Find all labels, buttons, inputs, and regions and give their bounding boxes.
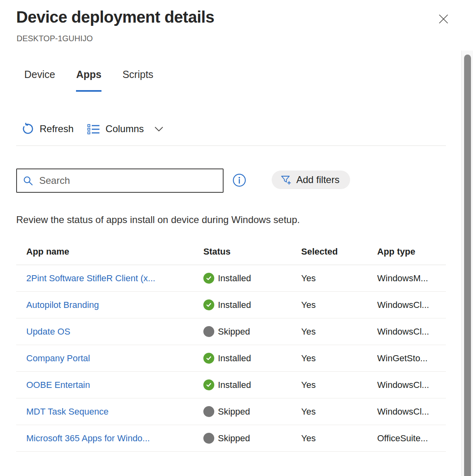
- status-installed-icon: [203, 273, 214, 284]
- selected-value: Yes: [301, 273, 377, 284]
- selected-value: Yes: [301, 406, 377, 417]
- status-label: Installed: [218, 380, 251, 390]
- app-name-link[interactable]: 2Pint Software StifleR Client (x...: [26, 273, 155, 283]
- selected-value: Yes: [301, 380, 377, 390]
- chevron-down-icon: [154, 126, 163, 132]
- app-type-value: WindowsM...: [377, 273, 446, 284]
- app-name-link[interactable]: Autopilot Branding: [26, 300, 99, 310]
- status-label: Skipped: [218, 433, 250, 444]
- selected-value: Yes: [301, 300, 377, 310]
- device-name: DESKTOP-1GUHIJO: [17, 34, 93, 43]
- scrollbar-thumb[interactable]: [464, 55, 471, 476]
- tab-apps[interactable]: Apps: [76, 69, 101, 92]
- status-skipped-icon: [203, 406, 214, 417]
- table-body: 2Pint Software StifleR Client (x... Inst…: [16, 265, 446, 452]
- columns-button[interactable]: Columns: [87, 123, 163, 135]
- columns-label: Columns: [106, 123, 144, 135]
- info-icon: [232, 173, 246, 187]
- column-header-app-name[interactable]: App name: [26, 246, 203, 257]
- page-title: Device deployment details: [16, 8, 214, 26]
- status-skipped-icon: [203, 326, 214, 337]
- table-row: Autopilot Branding Installed Yes Windows…: [16, 292, 446, 318]
- table-row: MDT Task Sequence Skipped Yes WindowsCl.…: [16, 398, 446, 425]
- selected-value: Yes: [301, 353, 377, 364]
- search-box: [16, 168, 224, 193]
- status-skipped-icon: [203, 433, 214, 444]
- selected-value: Yes: [301, 326, 377, 337]
- tab-device[interactable]: Device: [24, 69, 55, 92]
- close-icon: [438, 13, 449, 25]
- status-label: Installed: [218, 300, 251, 310]
- scrollbar[interactable]: [461, 51, 473, 476]
- add-filter-icon: [281, 175, 291, 185]
- device-deployment-details-panel: Device deployment details DESKTOP-1GUHIJ…: [0, 0, 473, 476]
- apps-table: App name Status Selected App type 2Pint …: [16, 238, 446, 452]
- add-filters-button[interactable]: Add filters: [272, 171, 350, 189]
- add-filters-label: Add filters: [296, 174, 340, 185]
- selected-value: Yes: [301, 433, 377, 444]
- search-icon: [23, 175, 34, 186]
- refresh-button[interactable]: Refresh: [22, 123, 74, 135]
- table-row: Microsoft 365 Apps for Windo... Skipped …: [16, 425, 446, 452]
- close-button[interactable]: [436, 11, 451, 27]
- status-label: Installed: [218, 273, 251, 284]
- status-label: Skipped: [218, 326, 250, 337]
- table-row: Update OS Skipped Yes WindowsCl...: [16, 318, 446, 345]
- table-row: OOBE Entertain Installed Yes WindowsCl..…: [16, 372, 446, 398]
- column-header-selected[interactable]: Selected: [301, 246, 377, 257]
- app-name-link[interactable]: Microsoft 365 Apps for Windo...: [26, 433, 150, 443]
- app-name-link[interactable]: Company Portal: [26, 353, 90, 363]
- status-label: Installed: [218, 353, 251, 364]
- toolbar-divider: [16, 145, 446, 146]
- table-header: App name Status Selected App type: [16, 238, 446, 265]
- toolbar: Refresh Columns: [22, 120, 163, 137]
- status-label: Skipped: [218, 406, 250, 417]
- table-row: 2Pint Software StifleR Client (x... Inst…: [16, 265, 446, 292]
- status-installed-icon: [203, 299, 214, 310]
- app-type-value: WinGetSto...: [377, 353, 446, 364]
- app-type-value: WindowsCl...: [377, 380, 446, 390]
- tab-scripts[interactable]: Scripts: [122, 69, 153, 92]
- app-type-value: OfficeSuite...: [377, 433, 446, 444]
- app-name-link[interactable]: OOBE Entertain: [26, 380, 90, 390]
- app-type-value: WindowsCl...: [377, 326, 446, 337]
- column-header-status[interactable]: Status: [203, 246, 301, 257]
- app-type-value: WindowsCl...: [377, 406, 446, 417]
- search-input[interactable]: [39, 175, 217, 186]
- column-header-app-type[interactable]: App type: [377, 246, 446, 257]
- app-name-link[interactable]: Update OS: [26, 326, 70, 337]
- status-installed-icon: [203, 379, 214, 390]
- app-name-link[interactable]: MDT Task Sequence: [26, 406, 108, 417]
- status-installed-icon: [203, 353, 214, 364]
- table-row: Company Portal Installed Yes WinGetSto..…: [16, 345, 446, 372]
- app-type-value: WindowsCl...: [377, 300, 446, 310]
- info-button[interactable]: [232, 173, 247, 187]
- refresh-label: Refresh: [40, 123, 74, 135]
- refresh-icon: [22, 123, 34, 135]
- tab-bar: Device Apps Scripts: [24, 69, 153, 92]
- columns-icon: [87, 124, 100, 135]
- description-text: Review the status of apps install on dev…: [16, 214, 300, 225]
